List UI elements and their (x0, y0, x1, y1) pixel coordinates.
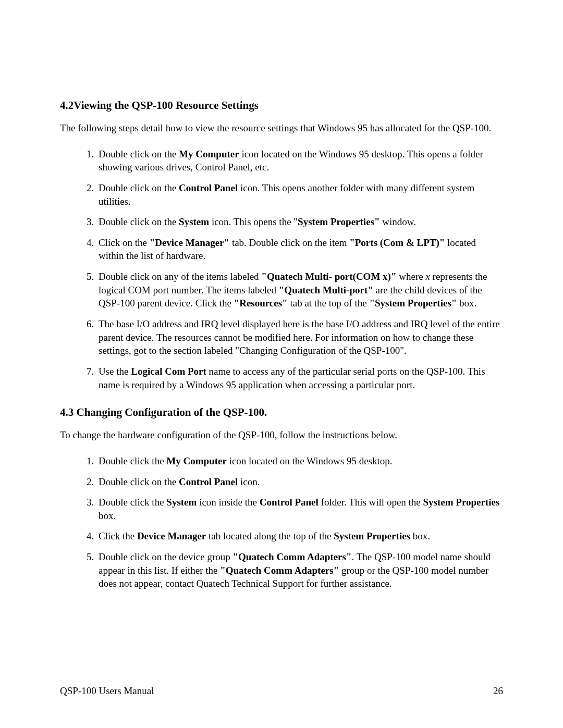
section-4-3-intro: To change the hardware configuration of … (60, 428, 503, 442)
list-item: Double click on the device group "Quatec… (96, 550, 503, 590)
page-number: 26 (493, 685, 503, 697)
list-item: Click the Device Manager tab located alo… (96, 529, 503, 543)
heading-number: 4.2 (60, 99, 74, 112)
list-item: Double click on the Control Panel icon. … (96, 181, 503, 208)
list-item: Use the Logical Com Port name to access … (96, 365, 503, 391)
document-page: 4.2Viewing the QSP-100 Resource Settings… (0, 0, 563, 728)
list-item: Double click on the System icon. This op… (96, 215, 503, 229)
heading-number: 4.3 (60, 406, 74, 418)
section-4-2-heading: 4.2Viewing the QSP-100 Resource Settings (60, 99, 503, 112)
section-4-3-heading: 4.3 Changing Configuration of the QSP-10… (60, 406, 503, 419)
list-item: The base I/O address and IRQ level displ… (96, 317, 503, 357)
page-footer: QSP-100 Users Manual 26 (60, 685, 503, 697)
heading-text: Viewing the QSP-100 Resource Settings (74, 99, 259, 112)
section-4-3-list: Double click the My Computer icon locate… (60, 454, 503, 590)
list-item: Double click the My Computer icon locate… (96, 454, 503, 468)
list-item: Double click on the My Computer icon loc… (96, 147, 503, 174)
heading-text: Changing Configuration of the QSP-100. (74, 406, 267, 418)
section-4-2-intro: The following steps detail how to view t… (60, 121, 503, 135)
list-item: Click on the "Device Manager" tab. Doubl… (96, 236, 503, 263)
section-4-2-list: Double click on the My Computer icon loc… (60, 147, 503, 392)
footer-title: QSP-100 Users Manual (60, 685, 154, 697)
list-item: Double click on the Control Panel icon. (96, 475, 503, 489)
list-item: Double click on any of the items labeled… (96, 270, 503, 310)
list-item: Double click the System icon inside the … (96, 496, 503, 522)
